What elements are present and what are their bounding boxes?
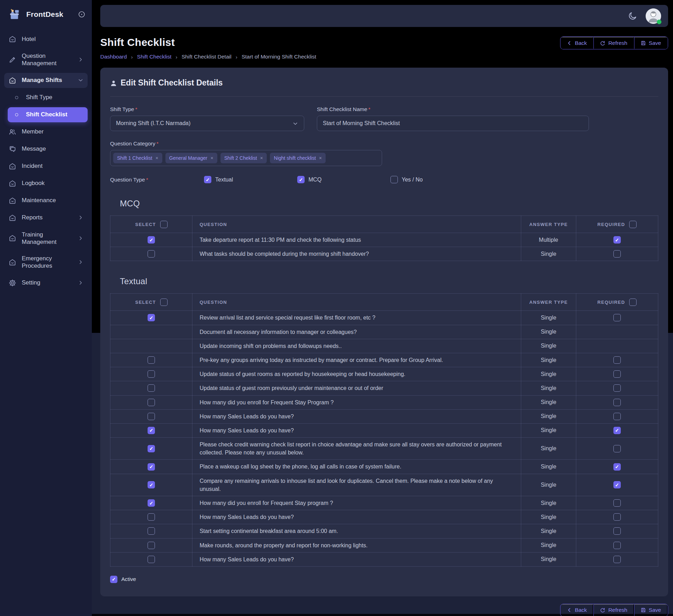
remove-tag-icon[interactable]: × [155, 156, 158, 160]
breadcrumb-dashboard[interactable]: Dashboard [100, 54, 127, 60]
row-required-checkbox[interactable] [613, 513, 621, 521]
row-required-checkbox[interactable] [613, 314, 621, 321]
question-type-checkbox-yes-no[interactable] [390, 176, 398, 183]
topbar [100, 5, 668, 27]
row-select-checkbox[interactable] [148, 399, 155, 406]
refresh-button[interactable]: Refresh [593, 37, 634, 49]
row-required-checkbox[interactable] [613, 250, 621, 258]
answer-type-value: Single [521, 538, 576, 552]
save-button[interactable]: Save [634, 604, 668, 616]
save-button[interactable]: Save [634, 37, 668, 49]
remove-tag-icon[interactable]: × [211, 156, 213, 160]
row-select-checkbox[interactable] [148, 413, 155, 420]
row-required-checkbox[interactable] [613, 370, 621, 378]
required-all-checkbox[interactable] [629, 299, 637, 306]
chevron-down-icon [292, 121, 298, 126]
question-text: How many Sales Leads do you have? [192, 409, 521, 423]
row-required-checkbox[interactable] [613, 527, 621, 535]
refresh-button[interactable]: Refresh [593, 604, 634, 616]
row-select-checkbox[interactable] [148, 370, 155, 378]
sidebar-item-label: Manage Shifts [22, 76, 73, 84]
row-select-checkbox[interactable]: ✓ [148, 314, 155, 321]
sidebar-item-training-management[interactable]: Training Management [4, 227, 88, 249]
row-select-checkbox[interactable]: ✓ [148, 236, 155, 244]
row-select-checkbox[interactable] [148, 384, 155, 392]
sidebar-item-emergency-procedures[interactable]: Emergency Procedures [4, 251, 88, 273]
home-icon [8, 258, 16, 266]
row-required-checkbox[interactable] [613, 542, 621, 549]
row-select-checkbox[interactable]: ✓ [148, 445, 155, 452]
bullet-icon [13, 111, 21, 119]
row-select-checkbox[interactable] [148, 513, 155, 521]
row-required-checkbox[interactable] [613, 399, 621, 406]
row-required-checkbox[interactable]: ✓ [613, 427, 621, 434]
row-select-checkbox[interactable]: ✓ [148, 481, 155, 488]
question-text: How many Sales Leads do you have? [192, 552, 521, 566]
sidebar-item-manage-shifts[interactable]: Manage Shifts [4, 73, 88, 88]
question-text: Pre-key any groups arriving today as ins… [192, 353, 521, 367]
active-checkbox[interactable]: ✓ [110, 576, 117, 583]
row-required-checkbox[interactable] [613, 356, 621, 364]
row-select-checkbox[interactable]: ✓ [148, 463, 155, 471]
row-select-checkbox[interactable] [148, 556, 155, 563]
back-button[interactable]: Back [560, 37, 593, 49]
row-required-checkbox[interactable] [613, 384, 621, 392]
select-all-checkbox[interactable] [160, 299, 168, 306]
row-required-checkbox[interactable]: ✓ [613, 481, 621, 488]
answer-type-value: Multiple [521, 233, 576, 247]
sidebar-item-shift-type[interactable]: Shift Type [8, 90, 88, 105]
sidebar-item-incident[interactable]: Incident [4, 159, 88, 174]
sidebar-item-setting[interactable]: Setting [4, 275, 88, 290]
sidebar-item-shift-checklist[interactable]: Shift Checklist [8, 107, 88, 122]
question-text: Review arrival list and service special … [192, 311, 521, 325]
sidebar-item-member[interactable]: Member [4, 124, 88, 139]
question-text: Start setting continental breakfast area… [192, 524, 521, 538]
row-required-checkbox[interactable] [613, 556, 621, 563]
question-type-option-mcq: ✓MCQ [297, 176, 390, 183]
column-header-question: QUESTION [192, 216, 521, 233]
required-all-checkbox[interactable] [629, 221, 637, 228]
question-type-checkbox-mcq[interactable]: ✓ [297, 176, 305, 183]
option-label: Yes / No [402, 177, 423, 183]
row-select-checkbox[interactable]: ✓ [148, 499, 155, 507]
question-text: Update status of guest rooms as reported… [192, 367, 521, 381]
button-label: Save [649, 40, 661, 46]
sidebar-item-maintenance[interactable]: Maintenance [4, 193, 88, 208]
answer-type-value: Single [521, 325, 576, 339]
chevron-left-icon [566, 40, 572, 46]
row-select-checkbox[interactable]: ✓ [148, 427, 155, 434]
question-category-multiselect[interactable]: Shift 1 Checklist×General Manager×Shift … [110, 150, 382, 166]
shift-type-select[interactable]: Morning Shift (I.T.C Narmada) [110, 116, 304, 131]
remove-tag-icon[interactable]: × [319, 156, 322, 160]
card-heading-text: Edit Shift Checklist Details [121, 78, 223, 88]
row-required-checkbox[interactable] [613, 413, 621, 420]
dark-mode-toggle-icon[interactable] [628, 11, 637, 21]
row-select-checkbox[interactable] [148, 250, 155, 258]
sidebar-collapse-icon[interactable] [78, 11, 86, 18]
breadcrumb-shift-checklist[interactable]: Shift Checklist [137, 54, 171, 60]
sidebar-item-hotel[interactable]: Hotel [4, 32, 88, 47]
answer-type-value: Single [521, 381, 576, 395]
back-button[interactable]: Back [560, 604, 593, 616]
user-avatar[interactable] [646, 8, 661, 24]
sidebar-item-reports[interactable]: Reports [4, 210, 88, 225]
mcq-table-row: What tasks should be completed during th… [110, 247, 658, 261]
question-type-checkbox-textual[interactable]: ✓ [204, 176, 211, 183]
row-required-checkbox[interactable] [613, 445, 621, 452]
remove-tag-icon[interactable]: × [260, 156, 263, 160]
row-select-checkbox[interactable] [148, 527, 155, 535]
sidebar-item-message[interactable]: Message [4, 142, 88, 157]
row-select-checkbox[interactable] [148, 356, 155, 364]
category-tag-shift-2-cheklist: Shift 2 Cheklist× [220, 153, 267, 163]
edit-checklist-card: Edit Shift Checklist Details Shift Type*… [100, 68, 668, 596]
select-all-checkbox[interactable] [160, 221, 168, 228]
row-required-checkbox[interactable]: ✓ [613, 463, 621, 471]
row-select-checkbox[interactable] [148, 542, 155, 549]
row-required-checkbox[interactable]: ✓ [613, 236, 621, 244]
tag-label: General Manager [169, 155, 208, 161]
sidebar-item-logbook[interactable]: Logbook [4, 176, 88, 191]
row-required-checkbox[interactable] [613, 499, 621, 507]
question-type-option-textual: ✓Textual [204, 176, 297, 183]
checklist-name-input[interactable] [317, 116, 589, 131]
sidebar-item-question-management[interactable]: Question Management [4, 49, 88, 71]
